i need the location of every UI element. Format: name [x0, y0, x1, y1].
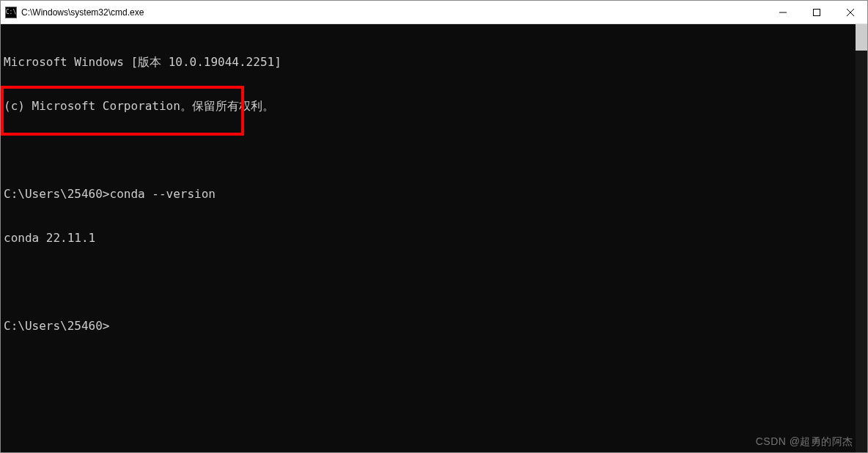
terminal-line: conda 22.11.1 — [4, 231, 864, 246]
maximize-icon — [813, 9, 820, 16]
minimize-button[interactable] — [766, 1, 800, 23]
cmd-icon: C:\ — [5, 7, 17, 18]
terminal-line: Microsoft Windows [版本 10.0.19044.2251] — [4, 55, 864, 70]
scrollbar-thumb[interactable] — [856, 24, 867, 51]
cmd-window: C:\ C:\Windows\system32\cmd.exe Microsof… — [0, 0, 868, 453]
svg-rect-1 — [814, 9, 820, 15]
titlebar[interactable]: C:\ C:\Windows\system32\cmd.exe — [1, 1, 867, 24]
titlebar-controls — [766, 1, 867, 23]
terminal-content: Microsoft Windows [版本 10.0.19044.2251] (… — [1, 24, 867, 364]
terminal-area[interactable]: Microsoft Windows [版本 10.0.19044.2251] (… — [1, 24, 867, 452]
terminal-line — [4, 275, 864, 290]
maximize-button[interactable] — [800, 1, 834, 23]
close-icon — [847, 9, 854, 16]
window-title: C:\Windows\system32\cmd.exe — [21, 7, 144, 18]
close-button[interactable] — [834, 1, 867, 23]
terminal-line: C:\Users\25460> — [4, 319, 864, 334]
cmd-icon-label: C:\ — [6, 10, 16, 15]
minimize-icon — [779, 9, 787, 16]
terminal-line: C:\Users\25460>conda --version — [4, 187, 864, 202]
vertical-scrollbar[interactable] — [856, 24, 867, 452]
terminal-line — [4, 143, 864, 158]
watermark-text: CSDN @超勇的阿杰 — [756, 435, 853, 449]
terminal-line: (c) Microsoft Corporation。保留所有权利。 — [4, 99, 864, 114]
titlebar-left: C:\ C:\Windows\system32\cmd.exe — [1, 7, 144, 18]
